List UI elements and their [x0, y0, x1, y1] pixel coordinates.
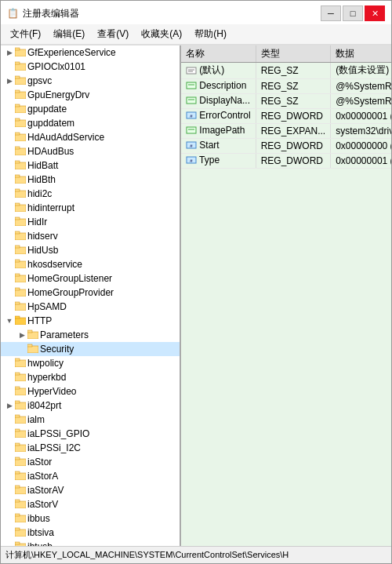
folder-icon-HpSAMD	[15, 301, 26, 312]
folder-icon-Parameters	[27, 329, 38, 340]
tree-item-gpsvc[interactable]: ▶gpsvc	[1, 74, 180, 88]
svg-rect-11	[15, 118, 20, 121]
folder-icon-Security	[27, 344, 38, 355]
svg-rect-68	[15, 529, 26, 537]
tree-item-hwpolicy[interactable]: hwpolicy	[1, 356, 180, 370]
tree-item-ibtsiva[interactable]: ibtsiva	[1, 526, 180, 540]
tree-item-gpupdate[interactable]: gpupdate	[1, 102, 180, 116]
tree-item-HpSAMD[interactable]: HpSAMD	[1, 300, 180, 314]
tree-item-GfExperienceService[interactable]: ▶GfExperienceService	[1, 45, 180, 60]
tree-item-HDAudBus[interactable]: HDAudBus	[1, 144, 180, 158]
close-button[interactable]: ✕	[365, 5, 385, 21]
tree-item-iaLPSSi_I2C[interactable]: iaLPSSi_I2C	[1, 441, 180, 455]
table-row[interactable]: ImagePathREG_EXPAN...system32\drivers\H	[181, 123, 391, 138]
tree-item-hidinterrupt[interactable]: hidinterrupt	[1, 201, 180, 215]
tree-item-iaStorA[interactable]: iaStorA	[1, 469, 180, 483]
tree-label-HdAudAddService: HdAudAddService	[27, 132, 104, 143]
title-controls: ─ □ ✕	[321, 5, 385, 21]
tree-label-iaLPSSi_GPIO: iaLPSSi_GPIO	[27, 428, 89, 439]
cell-data: @%SystemRoot%\s	[331, 93, 391, 108]
table-row[interactable]: # TypeREG_DWORD0x00000001 (1)	[181, 153, 391, 168]
tree-item-GpuEnergyDrv[interactable]: GpuEnergyDrv	[1, 88, 180, 102]
tree-item-iaStor[interactable]: iaStor	[1, 455, 180, 469]
col-data: 数据	[331, 45, 391, 63]
table-row[interactable]: # StartREG_DWORD0x00000000 (0)	[181, 138, 391, 153]
cell-type: REG_SZ	[256, 78, 330, 93]
svg-rect-6	[15, 92, 26, 99]
svg-rect-28	[15, 247, 26, 254]
tree-item-HomeGroupListener[interactable]: HomeGroupListener	[1, 271, 180, 286]
table-row[interactable]: # ErrorControlREG_DWORD0x00000001 (1)	[181, 108, 391, 123]
tree-item-iaStorAV[interactable]: iaStorAV	[1, 483, 180, 497]
cell-type: REG_SZ	[256, 93, 330, 108]
tree-item-HomeGroupProvider[interactable]: HomeGroupProvider	[1, 286, 180, 300]
svg-rect-16	[15, 162, 26, 169]
table-row[interactable]: DescriptionREG_SZ@%SystemRoot%\s	[181, 78, 391, 93]
table-row[interactable]: (默认)REG_SZ(数值未设置)	[181, 63, 391, 79]
tree-label-iaLPSSi_I2C: iaLPSSi_I2C	[27, 442, 81, 453]
tree-item-HidBth[interactable]: HidBth	[1, 173, 180, 187]
tree-item-hkosdservice[interactable]: hkosdservice	[1, 257, 180, 271]
tree-item-iaStorV[interactable]: iaStorV	[1, 497, 180, 511]
tree-label-hwpolicy: hwpolicy	[27, 358, 64, 369]
menu-favorites[interactable]: 收藏夹(A)	[135, 26, 188, 42]
tree-item-Security[interactable]: Security	[1, 342, 180, 356]
menu-file[interactable]: 文件(F)	[4, 26, 47, 42]
menu-edit[interactable]: 编辑(E)	[47, 26, 91, 42]
cell-type: REG_SZ	[256, 63, 330, 79]
maximize-button[interactable]: □	[343, 5, 363, 21]
svg-rect-52	[15, 417, 26, 424]
svg-rect-66	[15, 515, 26, 522]
svg-rect-22	[15, 205, 26, 212]
svg-rect-56	[15, 445, 26, 452]
svg-rect-41	[27, 330, 32, 333]
tree-label-HidBth: HidBth	[27, 174, 56, 185]
tree-item-hyperkbd[interactable]: hyperkbd	[1, 370, 180, 384]
folder-icon-hidserv	[15, 231, 26, 242]
tree-item-hidserv[interactable]: hidserv	[1, 229, 180, 243]
tree-label-gupddatem: gupddatem	[27, 118, 74, 129]
tree-item-hidi2c[interactable]: hidi2c	[1, 187, 180, 201]
tree-item-HdAudAddService[interactable]: HdAudAddService	[1, 130, 180, 144]
svg-rect-42	[27, 346, 38, 353]
svg-rect-55	[15, 429, 20, 431]
tree-label-i8042prt: i8042prt	[27, 400, 61, 411]
tree-item-GPIOClx0101[interactable]: GPIOClx0101	[1, 60, 180, 74]
tree-item-gupddatem[interactable]: gupddatem	[1, 116, 180, 130]
menu-view[interactable]: 查看(V)	[91, 26, 135, 42]
svg-rect-13	[15, 133, 20, 135]
svg-rect-30	[15, 261, 26, 268]
cell-data: @%SystemRoot%\s	[331, 78, 391, 93]
tree-item-ibbus[interactable]: ibbus	[1, 511, 180, 526]
tree-label-hkosdservice: hkosdservice	[27, 259, 82, 270]
svg-rect-25	[15, 217, 20, 220]
tree-item-Parameters[interactable]: ▶Parameters	[1, 328, 180, 342]
tree-item-ialm[interactable]: ialm	[1, 413, 180, 427]
registry-tree[interactable]: ▶GfExperienceServiceGPIOClx0101▶gpsvcGpu…	[1, 45, 181, 546]
tree-item-ibtusb[interactable]: ibtusb	[1, 540, 180, 546]
tree-item-iaLPSSi_GPIO[interactable]: iaLPSSi_GPIO	[1, 427, 180, 441]
tree-item-HidBatt[interactable]: HidBatt	[1, 158, 180, 173]
tree-label-hidinterrupt: hidinterrupt	[27, 202, 74, 213]
tree-item-HidIr[interactable]: HidIr	[1, 215, 180, 229]
svg-rect-63	[15, 486, 20, 488]
table-row[interactable]: DisplayNa...REG_SZ@%SystemRoot%\s	[181, 93, 391, 108]
svg-rect-19	[15, 175, 20, 177]
tree-item-i8042prt[interactable]: ▶i8042prt	[1, 398, 180, 413]
status-bar: 计算机\HKEY_LOCAL_MACHINE\SYSTEM\CurrentCon…	[1, 546, 391, 563]
cell-name: ImagePath	[181, 123, 256, 138]
status-text: 计算机\HKEY_LOCAL_MACHINE\SYSTEM\CurrentCon…	[5, 549, 289, 561]
folder-icon-HyperVideo	[15, 386, 26, 397]
svg-rect-40	[27, 332, 38, 339]
cell-type: REG_DWORD	[256, 138, 330, 153]
svg-rect-46	[15, 374, 26, 381]
folder-icon-hidi2c	[15, 188, 26, 199]
tree-item-HyperVideo[interactable]: HyperVideo	[1, 384, 180, 398]
svg-rect-58	[15, 459, 26, 466]
tree-item-HidUsb[interactable]: HidUsb	[1, 243, 180, 257]
menu-help[interactable]: 帮助(H)	[188, 26, 233, 42]
tree-item-HTTP[interactable]: ▼HTTP	[1, 314, 180, 328]
minimize-button[interactable]: ─	[321, 5, 341, 21]
folder-icon-HTTP	[15, 315, 26, 326]
tree-label-hyperkbd: hyperkbd	[27, 372, 66, 383]
